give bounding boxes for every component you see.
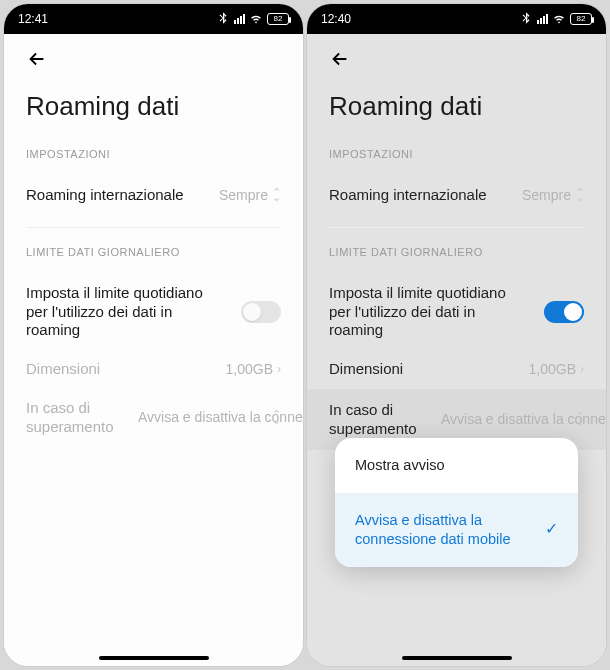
screen: Roaming dati IMPOSTAZIONI Roaming intern… (4, 34, 303, 666)
sort-icon: ⌃⌄ (272, 190, 281, 201)
battery-icon: 82 (570, 13, 592, 25)
sort-icon: ⌃⌄ (272, 412, 281, 423)
page-title: Roaming dati (26, 91, 281, 122)
roaming-intl-label: Roaming internazionale (329, 186, 487, 205)
row-overlimit[interactable]: In caso di superamento Avvisa e disattiv… (26, 389, 281, 447)
overlimit-value: Avvisa e disattiva la connessione dati m… (138, 409, 281, 427)
daily-limit-toggle[interactable] (241, 301, 281, 323)
row-daily-limit[interactable]: Imposta il limite quotidiano per l'utili… (329, 274, 584, 350)
daily-limit-label: Imposta il limite quotidiano per l'utili… (26, 284, 216, 340)
wifi-icon (249, 11, 263, 28)
daily-limit-label: Imposta il limite quotidiano per l'utili… (329, 284, 519, 340)
status-time: 12:41 (18, 12, 48, 26)
size-value: 1,00GB › (226, 361, 281, 377)
screen: Roaming dati IMPOSTAZIONI Roaming intern… (307, 34, 606, 666)
size-value: 1,00GB › (529, 361, 584, 377)
status-bar: 12:41 82 (4, 4, 303, 34)
sort-icon: ⌃⌄ (575, 190, 584, 201)
size-label: Dimensioni (26, 360, 100, 379)
page-title: Roaming dati (329, 91, 584, 122)
roaming-intl-value: Sempre ⌃⌄ (522, 187, 584, 203)
status-time: 12:40 (321, 12, 351, 26)
wifi-icon (552, 11, 566, 28)
section-settings-label: IMPOSTAZIONI (329, 148, 584, 160)
overlimit-popup: Mostra avviso Avvisa e disattiva la conn… (335, 438, 578, 567)
daily-limit-toggle[interactable] (544, 301, 584, 323)
row-size[interactable]: Dimensioni 1,00GB › (26, 350, 281, 389)
bluetooth-icon (519, 11, 533, 28)
phone-left: 12:41 82 Roaming dati IMPOSTAZIONI Roami… (4, 4, 303, 666)
status-indicators: 82 (216, 11, 289, 28)
status-indicators: 82 (519, 11, 592, 28)
battery-icon: 82 (267, 13, 289, 25)
roaming-intl-value: Sempre ⌃⌄ (219, 187, 281, 203)
chevron-right-icon: › (277, 362, 281, 376)
check-icon: ✓ (545, 519, 558, 540)
phone-right: 12:40 82 Roaming dati IMPOSTAZIONI Roami… (307, 4, 606, 666)
sort-icon: ⌃⌄ (575, 414, 584, 425)
popup-option-warn-disable[interactable]: Avvisa e disattiva la connessione dati m… (335, 493, 578, 567)
row-roaming-international[interactable]: Roaming internazionale Sempre ⌃⌄ (26, 176, 281, 228)
back-button[interactable] (26, 48, 281, 75)
popup-option-warn[interactable]: Mostra avviso (335, 438, 578, 493)
section-settings-label: IMPOSTAZIONI (26, 148, 281, 160)
section-daily-label: LIMITE DATI GIORNALIERO (329, 246, 584, 258)
back-button[interactable] (329, 48, 584, 75)
signal-icon (537, 14, 548, 24)
home-indicator[interactable] (402, 656, 512, 660)
row-daily-limit[interactable]: Imposta il limite quotidiano per l'utili… (26, 274, 281, 350)
row-roaming-international[interactable]: Roaming internazionale Sempre ⌃⌄ (329, 176, 584, 228)
bluetooth-icon (216, 11, 230, 28)
roaming-intl-label: Roaming internazionale (26, 186, 184, 205)
signal-icon (234, 14, 245, 24)
size-label: Dimensioni (329, 360, 403, 379)
row-size[interactable]: Dimensioni 1,00GB › (329, 350, 584, 389)
home-indicator[interactable] (99, 656, 209, 660)
overlimit-label: In caso di superamento (26, 399, 136, 437)
section-daily-label: LIMITE DATI GIORNALIERO (26, 246, 281, 258)
overlimit-value: Avvisa e disattiva la connessione dati m… (441, 411, 584, 429)
status-bar: 12:40 82 (307, 4, 606, 34)
overlimit-label: In caso di superamento (329, 401, 439, 439)
chevron-right-icon: › (580, 362, 584, 376)
